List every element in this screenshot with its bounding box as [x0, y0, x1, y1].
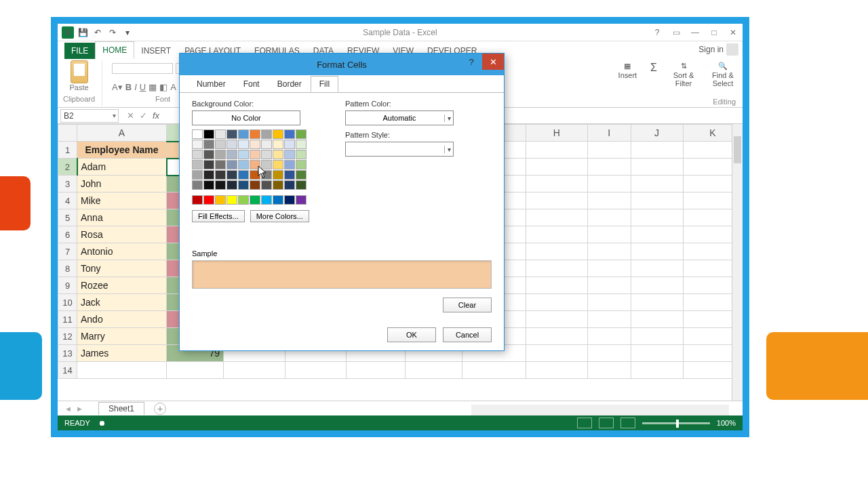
- view-page-break-icon[interactable]: [620, 418, 635, 428]
- cell[interactable]: [587, 159, 631, 176]
- color-swatch[interactable]: [192, 195, 203, 205]
- cell[interactable]: Antonio: [77, 243, 167, 260]
- minimize-icon[interactable]: —: [686, 26, 705, 39]
- cell[interactable]: [406, 362, 462, 379]
- color-swatch[interactable]: [261, 160, 272, 169]
- color-swatch[interactable]: [296, 150, 307, 159]
- insert-cells[interactable]: ▦Insert: [618, 62, 637, 79]
- maximize-icon[interactable]: □: [705, 26, 724, 39]
- cell[interactable]: Mike: [77, 192, 167, 209]
- row-header[interactable]: 4: [58, 192, 77, 209]
- cell[interactable]: Adam: [77, 159, 167, 176]
- cell[interactable]: [631, 142, 683, 159]
- color-swatch[interactable]: [238, 129, 249, 139]
- row-header[interactable]: 5: [58, 209, 77, 226]
- color-swatch[interactable]: [250, 160, 260, 169]
- color-swatch[interactable]: [192, 150, 203, 159]
- color-swatch[interactable]: [296, 195, 307, 205]
- col-header[interactable]: I: [587, 125, 631, 142]
- cell[interactable]: [526, 209, 588, 226]
- color-swatch[interactable]: [192, 140, 203, 149]
- cell[interactable]: [631, 159, 683, 176]
- sheet-nav-prev-icon[interactable]: ◄: [64, 405, 72, 413]
- color-swatch[interactable]: [250, 150, 260, 159]
- select-all[interactable]: [58, 125, 77, 142]
- color-swatch[interactable]: [238, 180, 249, 190]
- color-swatch[interactable]: [238, 160, 249, 169]
- fx-icon[interactable]: fx: [153, 110, 159, 121]
- cell[interactable]: [587, 142, 631, 159]
- view-normal-icon[interactable]: [577, 418, 592, 428]
- row-header[interactable]: 9: [58, 277, 77, 294]
- cell[interactable]: Employee Name: [77, 142, 167, 159]
- color-swatch[interactable]: [261, 170, 272, 180]
- color-swatch[interactable]: [238, 195, 249, 205]
- color-swatch[interactable]: [226, 195, 237, 205]
- color-swatch[interactable]: [273, 180, 283, 190]
- color-swatch[interactable]: [215, 180, 226, 190]
- col-header[interactable]: H: [526, 125, 588, 142]
- cell[interactable]: Ando: [77, 311, 167, 328]
- tab-file[interactable]: FILE: [64, 43, 95, 59]
- no-color-button[interactable]: No Color: [192, 110, 300, 125]
- color-swatch[interactable]: [238, 150, 249, 159]
- row-header[interactable]: 2: [58, 159, 77, 176]
- font-color-icon[interactable]: A: [170, 82, 176, 92]
- color-swatch[interactable]: [296, 129, 307, 139]
- tab-insert[interactable]: INSERT: [134, 43, 178, 59]
- color-swatch[interactable]: [296, 180, 307, 190]
- view-page-layout-icon[interactable]: [599, 418, 614, 428]
- color-swatch[interactable]: [203, 195, 214, 205]
- cell[interactable]: Rozee: [77, 277, 167, 294]
- zoom-level[interactable]: 100%: [717, 419, 736, 427]
- color-swatch[interactable]: [250, 140, 260, 149]
- color-swatch[interactable]: [226, 150, 237, 159]
- macro-record-icon[interactable]: ⏺: [98, 419, 106, 427]
- color-swatch[interactable]: [273, 140, 283, 149]
- color-swatch[interactable]: [273, 129, 283, 139]
- cell[interactable]: [631, 192, 683, 209]
- color-swatch[interactable]: [215, 140, 226, 149]
- cell[interactable]: [587, 243, 631, 260]
- cell[interactable]: [526, 328, 588, 345]
- row-header[interactable]: 11: [58, 311, 77, 328]
- autosum[interactable]: Σ: [650, 62, 657, 74]
- cell[interactable]: [631, 176, 683, 192]
- cell[interactable]: [526, 192, 588, 209]
- color-swatch[interactable]: [250, 170, 260, 180]
- color-swatch[interactable]: [296, 170, 307, 180]
- color-swatch[interactable]: [203, 140, 214, 149]
- color-swatch[interactable]: [261, 140, 272, 149]
- cell[interactable]: [462, 362, 526, 379]
- sort-filter[interactable]: ⇅Sort & Filter: [671, 62, 696, 87]
- color-swatch[interactable]: [250, 129, 260, 139]
- find-select[interactable]: 🔍Find & Select: [710, 62, 736, 87]
- cell[interactable]: [587, 209, 631, 226]
- row-header[interactable]: 12: [58, 328, 77, 345]
- cell[interactable]: [631, 209, 683, 226]
- cell[interactable]: [587, 345, 631, 362]
- cell[interactable]: [224, 362, 285, 379]
- color-swatch[interactable]: [203, 150, 214, 159]
- color-swatch[interactable]: [284, 140, 295, 149]
- cell[interactable]: [587, 277, 631, 294]
- sheet-nav-next-icon[interactable]: ►: [76, 405, 83, 413]
- tab-home[interactable]: HOME: [95, 41, 134, 59]
- cell[interactable]: [631, 311, 683, 328]
- cell[interactable]: [167, 362, 224, 379]
- close-icon[interactable]: ✕: [724, 26, 743, 39]
- cell[interactable]: [285, 362, 347, 379]
- cell[interactable]: [587, 294, 631, 311]
- tab-border[interactable]: Border: [269, 76, 311, 92]
- row-header[interactable]: 7: [58, 243, 77, 260]
- pattern-style-dropdown[interactable]: [345, 142, 454, 157]
- cell[interactable]: [587, 226, 631, 243]
- cell[interactable]: [526, 176, 588, 192]
- cell[interactable]: [631, 345, 683, 362]
- color-swatch[interactable]: [238, 140, 249, 149]
- dialog-titlebar[interactable]: Format Cells ? ✕: [180, 54, 504, 75]
- ok-button[interactable]: OK: [387, 327, 436, 342]
- color-swatch[interactable]: [192, 180, 203, 190]
- color-swatch[interactable]: [226, 140, 237, 149]
- cell[interactable]: [526, 260, 588, 277]
